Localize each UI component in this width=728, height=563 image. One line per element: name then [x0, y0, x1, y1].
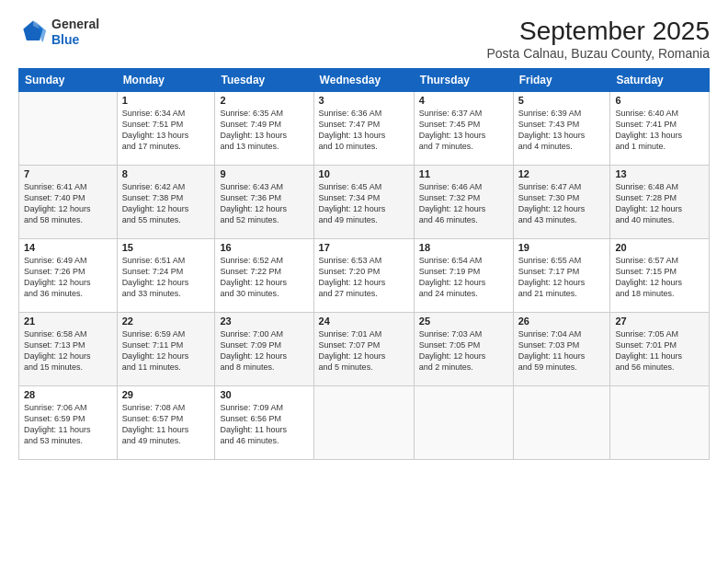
- day-info: Sunrise: 6:49 AM Sunset: 7:26 PM Dayligh…: [24, 255, 112, 300]
- day-info: Sunrise: 7:09 AM Sunset: 6:56 PM Dayligh…: [220, 402, 308, 447]
- title-block: September 2025 Posta Calnau, Buzau Count…: [486, 17, 710, 61]
- calendar-cell: 26Sunrise: 7:04 AM Sunset: 7:03 PM Dayli…: [513, 313, 610, 386]
- day-info: Sunrise: 7:04 AM Sunset: 7:03 PM Dayligh…: [518, 328, 606, 373]
- day-number: 19: [518, 242, 606, 253]
- day-info: Sunrise: 6:45 AM Sunset: 7:34 PM Dayligh…: [319, 181, 409, 226]
- day-info: Sunrise: 6:59 AM Sunset: 7:11 PM Dayligh…: [122, 328, 210, 373]
- calendar-cell: 10Sunrise: 6:45 AM Sunset: 7:34 PM Dayli…: [313, 166, 414, 239]
- day-info: Sunrise: 7:01 AM Sunset: 7:07 PM Dayligh…: [319, 328, 409, 373]
- calendar-cell: 2Sunrise: 6:35 AM Sunset: 7:49 PM Daylig…: [215, 92, 313, 166]
- calendar-cell: 16Sunrise: 6:52 AM Sunset: 7:22 PM Dayli…: [215, 239, 313, 313]
- day-number: 26: [518, 316, 606, 327]
- calendar-cell: 1Sunrise: 6:34 AM Sunset: 7:51 PM Daylig…: [117, 92, 215, 166]
- day-number: 20: [615, 242, 704, 253]
- day-info: Sunrise: 7:08 AM Sunset: 6:57 PM Dayligh…: [122, 402, 210, 447]
- day-info: Sunrise: 6:57 AM Sunset: 7:15 PM Dayligh…: [615, 255, 704, 300]
- logo: General Blue: [18, 17, 99, 48]
- calendar-cell: 20Sunrise: 6:57 AM Sunset: 7:15 PM Dayli…: [610, 239, 710, 313]
- day-number: 9: [220, 168, 308, 179]
- calendar-cell: 29Sunrise: 7:08 AM Sunset: 6:57 PM Dayli…: [117, 386, 215, 460]
- calendar-cell: 9Sunrise: 6:43 AM Sunset: 7:36 PM Daylig…: [215, 166, 313, 239]
- day-info: Sunrise: 6:52 AM Sunset: 7:22 PM Dayligh…: [220, 255, 308, 300]
- day-info: Sunrise: 6:40 AM Sunset: 7:41 PM Dayligh…: [615, 108, 704, 153]
- day-info: Sunrise: 7:06 AM Sunset: 6:59 PM Dayligh…: [24, 402, 112, 447]
- logo-icon: [18, 17, 48, 47]
- day-info: Sunrise: 6:35 AM Sunset: 7:49 PM Dayligh…: [220, 108, 308, 153]
- day-info: Sunrise: 6:34 AM Sunset: 7:51 PM Dayligh…: [122, 108, 210, 153]
- calendar-cell: 6Sunrise: 6:40 AM Sunset: 7:41 PM Daylig…: [610, 92, 710, 166]
- day-number: 14: [24, 242, 112, 253]
- calendar-cell: [414, 386, 513, 460]
- day-number: 8: [122, 168, 210, 179]
- calendar-cell: 25Sunrise: 7:03 AM Sunset: 7:05 PM Dayli…: [414, 313, 513, 386]
- calendar-cell: 7Sunrise: 6:41 AM Sunset: 7:40 PM Daylig…: [19, 166, 118, 239]
- day-info: Sunrise: 6:42 AM Sunset: 7:38 PM Dayligh…: [122, 181, 210, 226]
- day-info: Sunrise: 6:43 AM Sunset: 7:36 PM Dayligh…: [220, 181, 308, 226]
- day-number: 24: [319, 316, 409, 327]
- day-number: 16: [220, 242, 308, 253]
- day-info: Sunrise: 6:36 AM Sunset: 7:47 PM Dayligh…: [319, 108, 409, 153]
- weekday-header-monday: Monday: [117, 69, 215, 92]
- month-title: September 2025: [486, 17, 710, 46]
- calendar-cell: [513, 386, 610, 460]
- calendar-cell: 5Sunrise: 6:39 AM Sunset: 7:43 PM Daylig…: [513, 92, 610, 166]
- day-number: 28: [24, 389, 112, 400]
- day-number: 5: [518, 95, 606, 106]
- day-info: Sunrise: 6:48 AM Sunset: 7:28 PM Dayligh…: [615, 181, 704, 226]
- week-row: 7Sunrise: 6:41 AM Sunset: 7:40 PM Daylig…: [19, 166, 710, 239]
- page-header: General Blue September 2025 Posta Calnau…: [18, 17, 710, 61]
- calendar-cell: 12Sunrise: 6:47 AM Sunset: 7:30 PM Dayli…: [513, 166, 610, 239]
- logo-text: General Blue: [51, 17, 99, 48]
- day-info: Sunrise: 6:37 AM Sunset: 7:45 PM Dayligh…: [419, 108, 508, 153]
- day-number: 27: [615, 316, 704, 327]
- day-info: Sunrise: 6:46 AM Sunset: 7:32 PM Dayligh…: [419, 181, 508, 226]
- day-number: 29: [122, 389, 210, 400]
- calendar-cell: 28Sunrise: 7:06 AM Sunset: 6:59 PM Dayli…: [19, 386, 118, 460]
- calendar-cell: 4Sunrise: 6:37 AM Sunset: 7:45 PM Daylig…: [414, 92, 513, 166]
- day-number: 23: [220, 316, 308, 327]
- day-number: 25: [419, 316, 508, 327]
- day-number: 12: [518, 168, 606, 179]
- weekday-header-sunday: Sunday: [19, 69, 118, 92]
- day-number: 18: [419, 242, 508, 253]
- day-number: 1: [122, 95, 210, 106]
- day-number: 22: [122, 316, 210, 327]
- day-number: 4: [419, 95, 508, 106]
- day-number: 13: [615, 168, 704, 179]
- calendar-cell: 15Sunrise: 6:51 AM Sunset: 7:24 PM Dayli…: [117, 239, 215, 313]
- day-info: Sunrise: 6:47 AM Sunset: 7:30 PM Dayligh…: [518, 181, 606, 226]
- calendar-cell: 17Sunrise: 6:53 AM Sunset: 7:20 PM Dayli…: [313, 239, 414, 313]
- calendar-cell: 21Sunrise: 6:58 AM Sunset: 7:13 PM Dayli…: [19, 313, 118, 386]
- day-number: 3: [319, 95, 409, 106]
- day-info: Sunrise: 6:41 AM Sunset: 7:40 PM Dayligh…: [24, 181, 112, 226]
- day-number: 10: [319, 168, 409, 179]
- day-info: Sunrise: 7:05 AM Sunset: 7:01 PM Dayligh…: [615, 328, 704, 373]
- calendar-cell: 8Sunrise: 6:42 AM Sunset: 7:38 PM Daylig…: [117, 166, 215, 239]
- calendar-cell: 13Sunrise: 6:48 AM Sunset: 7:28 PM Dayli…: [610, 166, 710, 239]
- calendar-cell: 24Sunrise: 7:01 AM Sunset: 7:07 PM Dayli…: [313, 313, 414, 386]
- day-info: Sunrise: 6:54 AM Sunset: 7:19 PM Dayligh…: [419, 255, 508, 300]
- weekday-header-wednesday: Wednesday: [313, 69, 414, 92]
- day-number: 17: [319, 242, 409, 253]
- calendar: SundayMondayTuesdayWednesdayThursdayFrid…: [18, 68, 710, 460]
- calendar-cell: 19Sunrise: 6:55 AM Sunset: 7:17 PM Dayli…: [513, 239, 610, 313]
- weekday-header-row: SundayMondayTuesdayWednesdayThursdayFrid…: [19, 69, 710, 92]
- day-info: Sunrise: 6:58 AM Sunset: 7:13 PM Dayligh…: [24, 328, 112, 373]
- calendar-cell: 22Sunrise: 6:59 AM Sunset: 7:11 PM Dayli…: [117, 313, 215, 386]
- calendar-cell: [313, 386, 414, 460]
- day-info: Sunrise: 6:51 AM Sunset: 7:24 PM Dayligh…: [122, 255, 210, 300]
- day-number: 7: [24, 168, 112, 179]
- calendar-cell: 3Sunrise: 6:36 AM Sunset: 7:47 PM Daylig…: [313, 92, 414, 166]
- weekday-header-thursday: Thursday: [414, 69, 513, 92]
- week-row: 1Sunrise: 6:34 AM Sunset: 7:51 PM Daylig…: [19, 92, 710, 166]
- calendar-cell: 14Sunrise: 6:49 AM Sunset: 7:26 PM Dayli…: [19, 239, 118, 313]
- calendar-cell: 11Sunrise: 6:46 AM Sunset: 7:32 PM Dayli…: [414, 166, 513, 239]
- day-info: Sunrise: 6:53 AM Sunset: 7:20 PM Dayligh…: [319, 255, 409, 300]
- week-row: 21Sunrise: 6:58 AM Sunset: 7:13 PM Dayli…: [19, 313, 710, 386]
- week-row: 14Sunrise: 6:49 AM Sunset: 7:26 PM Dayli…: [19, 239, 710, 313]
- calendar-cell: 30Sunrise: 7:09 AM Sunset: 6:56 PM Dayli…: [215, 386, 313, 460]
- weekday-header-saturday: Saturday: [610, 69, 710, 92]
- day-info: Sunrise: 7:00 AM Sunset: 7:09 PM Dayligh…: [220, 328, 308, 373]
- day-number: 11: [419, 168, 508, 179]
- day-info: Sunrise: 7:03 AM Sunset: 7:05 PM Dayligh…: [419, 328, 508, 373]
